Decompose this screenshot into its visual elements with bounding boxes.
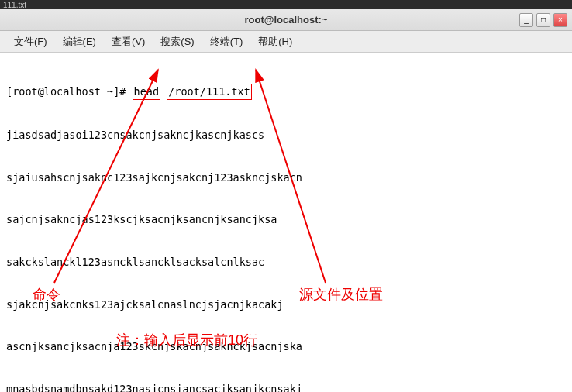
command-line: [root@localhost ~]# head /root/111.txt <box>6 84 566 99</box>
terminal-area[interactable]: [root@localhost ~]# head /root/111.txt j… <box>0 53 572 392</box>
output-line: sakckslanckl123asncklsancklsacksalcnlksa… <box>6 255 566 269</box>
menu-search[interactable]: 搜索(S) <box>153 32 202 52</box>
menu-edit[interactable]: 编辑(E) <box>55 32 104 52</box>
maximize-button[interactable]: □ <box>536 13 550 27</box>
window-titlebar[interactable]: root@localhost:~ _ □ × <box>0 9 572 31</box>
menubar: 文件(F) 编辑(E) 查看(V) 搜索(S) 终端(T) 帮助(H) <box>0 31 572 53</box>
window-title: root@localhost:~ <box>0 14 572 26</box>
output-line: ascnjksancjksacnja123skcnjskacnjsaknckjs… <box>6 339 566 353</box>
desktop-taskbar: 111.txt <box>0 0 572 9</box>
menu-view[interactable]: 查看(V) <box>104 32 153 52</box>
path-highlight: /root/111.txt <box>167 84 252 99</box>
output-line: sjaiusahscnjsaknc123sajkcnjsakcnj123askn… <box>6 170 566 184</box>
taskbar-item: 111.txt <box>3 1 26 9</box>
output-line: jiasdsadjasoi123cnsakcnjsakncjkascnjkasc… <box>6 128 566 142</box>
output-line: mnasbdsnamdbnsakd123nasjcnsiancsacjksanj… <box>6 382 566 392</box>
prompt: [root@localhost ~]# <box>6 85 133 98</box>
menu-help[interactable]: 帮助(H) <box>250 32 300 52</box>
window-controls: _ □ × <box>519 13 567 27</box>
minimize-button[interactable]: _ <box>519 13 533 27</box>
output-line: sajcnjsakncjas123kscjksacnjksancnjksancj… <box>6 212 566 226</box>
output-line: sjakcnjsakcnks123ajcksalcnaslncjsjacnjka… <box>6 297 566 311</box>
head-command-highlight: head <box>133 84 161 99</box>
menu-terminal[interactable]: 终端(T) <box>202 32 251 52</box>
menu-file[interactable]: 文件(F) <box>6 32 55 52</box>
close-button[interactable]: × <box>553 13 567 27</box>
